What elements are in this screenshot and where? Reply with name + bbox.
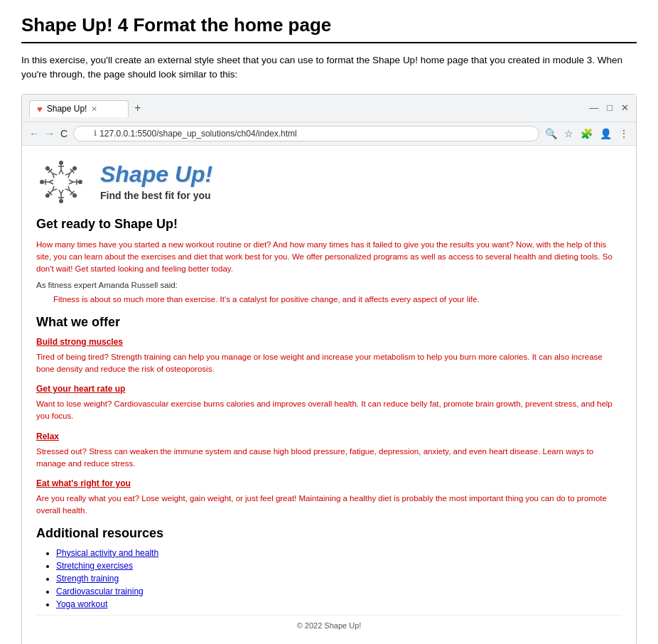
lock-icon: ℹ — [94, 129, 97, 138]
address-bar[interactable]: ℹ 127.0.0.1:5500/shape_up_solutions/ch04… — [73, 126, 539, 141]
site-brand: Shape Up! — [100, 163, 212, 186]
window-controls: — □ ✕ — [589, 102, 629, 113]
page-title: Shape Up! 4 Format the home page — [21, 14, 637, 43]
minimize-icon[interactable]: — — [589, 102, 598, 113]
svg-line-13 — [69, 180, 73, 182]
section-link-eat[interactable]: Eat what's right for you — [36, 478, 622, 488]
tab-label: Shape Up! — [47, 104, 87, 114]
list-item: Physical activity and health — [56, 548, 622, 558]
section-link-heart[interactable]: Get your heart rate up — [36, 384, 622, 394]
svg-line-14 — [69, 182, 73, 184]
additional-resources-heading: Additional resources — [36, 526, 622, 541]
resource-link-3[interactable]: Strength training — [56, 574, 119, 584]
svg-line-23 — [61, 190, 63, 194]
hero-para: How many times have you started a new wo… — [36, 239, 622, 276]
resource-link-2[interactable]: Stretching exercises — [56, 561, 133, 571]
list-item: Yoga workout — [56, 599, 622, 609]
browser-tab[interactable]: ♥ Shape Up! ✕ — [29, 100, 129, 117]
list-item: Strength training — [56, 574, 622, 584]
resources-list: Physical activity and health Stretching … — [56, 548, 622, 609]
profile-icon[interactable]: 👤 — [600, 128, 612, 139]
hero-heading: Get ready to Shape Up! — [36, 217, 622, 232]
list-item: Stretching exercises — [56, 561, 622, 571]
intro-text: In this exercise, you'll create an exter… — [21, 53, 637, 82]
bookmark-icon[interactable]: ☆ — [564, 128, 573, 139]
section-desc-relax: Stressed out? Stress can weaken the immu… — [36, 446, 622, 471]
tab-favicon: ♥ — [37, 104, 43, 114]
list-item: Cardiovascular training — [56, 586, 622, 596]
svg-line-24 — [59, 190, 61, 194]
browser-mockup: ♥ Shape Up! ✕ + — □ ✕ ← → C ℹ 127.0.0.1:… — [21, 94, 637, 645]
svg-point-30 — [40, 180, 44, 184]
menu-icon[interactable]: ⋮ — [619, 128, 629, 139]
tab-close-icon[interactable]: ✕ — [91, 104, 97, 114]
svg-line-3 — [59, 170, 61, 174]
site-header-text: Shape Up! Find the best fit for you — [100, 163, 212, 201]
what-we-offer: What we offer Build strong muscles Tired… — [36, 315, 622, 517]
resource-link-5[interactable]: Yoga workout — [56, 599, 107, 609]
site-header: Shape Up! Find the best fit for you — [36, 157, 622, 207]
search-icon[interactable]: 🔍 — [545, 128, 557, 139]
tab-add-button[interactable]: + — [129, 99, 146, 117]
nav-refresh-button[interactable]: C — [60, 128, 68, 139]
svg-point-20 — [59, 199, 63, 203]
svg-line-4 — [61, 170, 63, 174]
additional-resources: Additional resources Physical activity a… — [36, 526, 622, 609]
site-blockquote: Fitness is about so much more than exerc… — [53, 294, 622, 306]
site-footer: © 2022 Shape Up! — [36, 615, 622, 635]
section-link-muscles[interactable]: Build strong muscles — [36, 337, 622, 347]
maximize-icon[interactable]: □ — [607, 102, 613, 113]
nav-back-button[interactable]: ← — [29, 128, 39, 139]
svg-point-0 — [59, 161, 63, 165]
section-desc-eat: Are you really what you eat? Lose weight… — [36, 493, 622, 517]
section-desc-muscles: Tired of being tired? Strength training … — [36, 351, 622, 376]
what-we-offer-heading: What we offer — [36, 315, 622, 330]
browser-chrome: ♥ Shape Up! ✕ + — □ ✕ ← → C ℹ 127.0.0.1:… — [22, 95, 636, 146]
extensions-icon[interactable]: 🧩 — [581, 128, 593, 139]
quote-attr: As fitness expert Amanda Russell said: — [36, 281, 622, 289]
resource-link-4[interactable]: Cardiovascular training — [56, 586, 144, 596]
address-text: 127.0.0.1:5500/shape_up_solutions/ch04/i… — [99, 129, 297, 139]
section-link-relax[interactable]: Relax — [36, 431, 622, 441]
section-desc-heart: Want to lose weight? Cardiovascular exer… — [36, 398, 622, 423]
resource-link-1[interactable]: Physical activity and health — [56, 548, 158, 558]
site-logo — [36, 157, 86, 207]
svg-line-34 — [49, 180, 53, 182]
nav-forward-button[interactable]: → — [45, 128, 55, 139]
svg-point-10 — [78, 180, 82, 184]
site-content: Shape Up! Find the best fit for you Get … — [22, 146, 636, 645]
svg-line-33 — [49, 182, 53, 184]
site-tagline: Find the best fit for you — [100, 190, 212, 201]
close-icon[interactable]: ✕ — [621, 102, 629, 113]
